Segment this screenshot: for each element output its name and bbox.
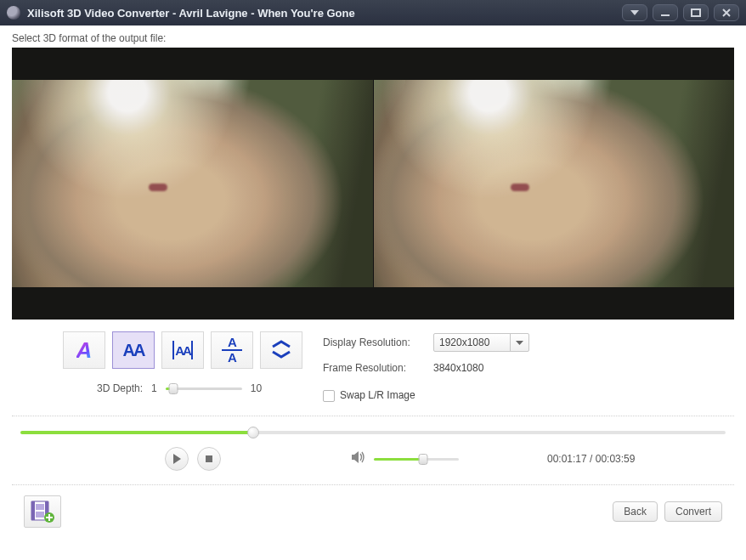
back-button[interactable]: Back: [613, 501, 658, 522]
separator: [12, 484, 734, 485]
depth-max: 10: [251, 382, 262, 394]
display-resolution-label: Display Resolution:: [323, 337, 425, 348]
display-resolution-value: 1920x1080: [439, 337, 489, 348]
svg-rect-4: [31, 501, 35, 520]
maximize-button[interactable]: [683, 4, 709, 21]
depth-label: 3D Depth:: [97, 382, 143, 394]
video-preview: [12, 48, 734, 320]
swap-lr-label: Swap L/R Image: [340, 389, 415, 401]
depth-row: 3D Depth: 1 10: [63, 382, 302, 394]
volume-icon[interactable]: [352, 451, 365, 466]
app-icon: [7, 6, 20, 20]
format-hint-label: Select 3D format of the output file:: [12, 32, 734, 44]
dropdown-button[interactable]: [622, 4, 647, 21]
volume-slider[interactable]: [374, 453, 459, 465]
svg-rect-6: [36, 504, 44, 510]
format-2d-button[interactable]: [260, 331, 302, 369]
frame-resolution-value: 3840x1080: [433, 362, 483, 374]
svg-rect-1: [692, 9, 700, 16]
preview-left-frame: [12, 80, 374, 287]
preview-right-frame: [374, 80, 735, 287]
svg-rect-7: [36, 512, 44, 518]
swap-lr-checkbox[interactable]: Swap L/R Image: [323, 389, 415, 402]
separator: [12, 416, 734, 416]
title-bar: Xilisoft 3D Video Converter - Avril Lavi…: [0, 0, 746, 25]
convert-button[interactable]: Convert: [664, 501, 722, 522]
window-title: Xilisoft 3D Video Converter - Avril Lavi…: [27, 7, 355, 20]
svg-rect-0: [661, 14, 670, 16]
minimize-button[interactable]: [653, 4, 678, 21]
svg-rect-2: [206, 455, 212, 462]
stop-button[interactable]: [197, 447, 221, 471]
add-file-button[interactable]: [24, 495, 61, 528]
chevron-down-icon: [510, 334, 528, 351]
depth-slider[interactable]: [166, 382, 242, 394]
format-anaglyph-button[interactable]: A: [63, 331, 105, 369]
format-sbs-full-button[interactable]: AA: [112, 331, 155, 369]
display-resolution-select[interactable]: 1920x1080: [433, 333, 529, 352]
format-tb-button[interactable]: AA: [211, 331, 253, 369]
play-button[interactable]: [165, 447, 189, 471]
frame-resolution-label: Frame Resolution:: [323, 362, 425, 374]
playback-progress-slider[interactable]: [20, 427, 726, 438]
close-button[interactable]: [714, 4, 739, 21]
depth-min: 1: [151, 382, 157, 394]
format-sbs-half-button[interactable]: AA: [161, 331, 204, 369]
time-display: 00:01:17 / 00:03:59: [547, 453, 635, 465]
